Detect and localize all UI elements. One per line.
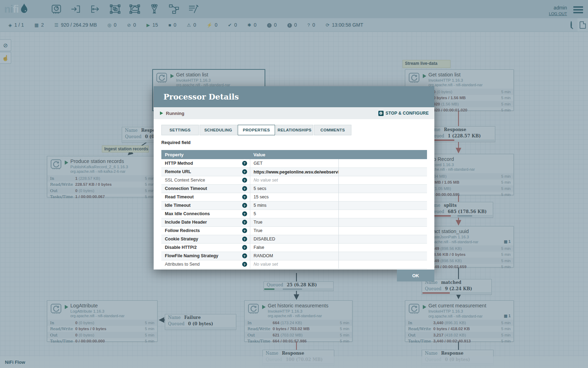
stop-and-configure-button[interactable]: ⚙ STOP & CONFIGURE [378, 111, 429, 116]
ok-button[interactable]: OK [397, 270, 434, 281]
running-status-icon [160, 111, 163, 115]
property-row[interactable]: Cookie Strategy ? DISABLED [161, 235, 427, 243]
property-row[interactable]: Follow Redirects ? True [161, 226, 427, 235]
help-icon[interactable]: ? [242, 220, 247, 225]
tab-settings[interactable]: SETTINGS [161, 125, 199, 135]
property-value: True [250, 226, 338, 235]
help-icon[interactable]: ? [242, 161, 247, 166]
property-value: DISABLED [250, 235, 338, 243]
property-name: Idle Timeout [165, 203, 190, 208]
property-name: Max Idle Connections [165, 211, 210, 216]
dialog-title: Processor Details [154, 86, 434, 107]
value-column-header: Value [250, 150, 338, 159]
property-value: True [250, 218, 338, 226]
help-icon[interactable]: ? [242, 245, 247, 250]
property-value: 5 [250, 210, 338, 218]
tab-relationships[interactable]: RELATIONSHIPS [276, 125, 313, 135]
help-icon[interactable]: ? [242, 178, 247, 183]
tab-properties[interactable]: PROPERTIES [238, 125, 275, 135]
help-icon[interactable]: ? [242, 262, 247, 267]
tab-comments[interactable]: COMMENTS [314, 125, 351, 135]
property-name: HTTP Method [165, 161, 193, 166]
property-row[interactable]: Remote URL ? https://www.pegelonline.wsv… [161, 168, 427, 176]
property-row[interactable]: Connection Timeout ? 5 secs [161, 184, 427, 193]
help-icon[interactable]: ? [242, 228, 247, 233]
tab-scheduling[interactable]: SCHEDULING [200, 125, 237, 135]
property-value: 5 secs [250, 184, 338, 193]
property-row[interactable]: Include Date Header ? True [161, 218, 427, 226]
properties-table: Property Value HTTP Method ? GET Remote … [161, 150, 427, 269]
help-icon[interactable]: ? [242, 169, 247, 174]
property-value: GET [250, 159, 338, 168]
help-icon[interactable]: ? [242, 237, 247, 241]
property-value: 15 secs [250, 193, 338, 201]
nifi-app: nifi admin LOG OUT ◈ 1 / 1 ▦ [0, 0, 588, 368]
help-icon[interactable]: ? [242, 211, 247, 216]
properties-header-row: Property Value [161, 150, 427, 159]
help-icon[interactable]: ? [242, 195, 247, 199]
property-row[interactable]: SSL Context Service ? No value set [161, 176, 427, 184]
property-value: 5 mins [250, 201, 338, 210]
help-icon[interactable]: ? [242, 203, 247, 208]
property-value: No value set [250, 176, 338, 184]
processor-details-dialog: Processor Details Running ⚙ STOP & CONFI… [154, 86, 434, 270]
property-row[interactable]: Max Idle Connections ? 5 [161, 210, 427, 218]
property-row[interactable]: HTTP Method ? GET [161, 159, 427, 168]
property-name: SSL Context Service [165, 178, 205, 183]
property-name: Include Date Header [165, 220, 207, 225]
property-column-header: Property [161, 150, 250, 159]
property-value: False [250, 243, 338, 252]
property-row[interactable]: Read Timeout ? 15 secs [161, 193, 427, 201]
gear-icon: ⚙ [378, 111, 384, 116]
property-name: Follow Redirects [165, 228, 200, 233]
property-row[interactable]: FlowFile Naming Strategy ? RANDOM [161, 252, 427, 260]
property-value: RANDOM [250, 252, 338, 260]
property-row[interactable]: Attributes to Send ? No value set [161, 260, 427, 268]
run-status-label: Running [166, 111, 184, 116]
property-row[interactable]: Disable HTTP/2 ? False [161, 243, 427, 252]
required-field-note: Required field [161, 140, 427, 146]
property-row[interactable]: Idle Timeout ? 5 mins [161, 201, 427, 210]
help-icon[interactable]: ? [242, 253, 247, 258]
help-icon[interactable]: ? [242, 186, 247, 191]
property-name: Attributes to Send [165, 262, 200, 267]
property-name: Read Timeout [165, 195, 194, 199]
property-value: https://www.pegelonline.wsv.de/webservic… [250, 168, 338, 176]
property-name: Disable HTTP/2 [165, 245, 197, 250]
property-name: Connection Timeout [165, 186, 207, 191]
property-name: FlowFile Naming Strategy [165, 253, 218, 258]
property-name: Cookie Strategy [165, 237, 198, 241]
property-name: Remote URL [165, 169, 191, 174]
property-value: No value set [250, 260, 338, 268]
